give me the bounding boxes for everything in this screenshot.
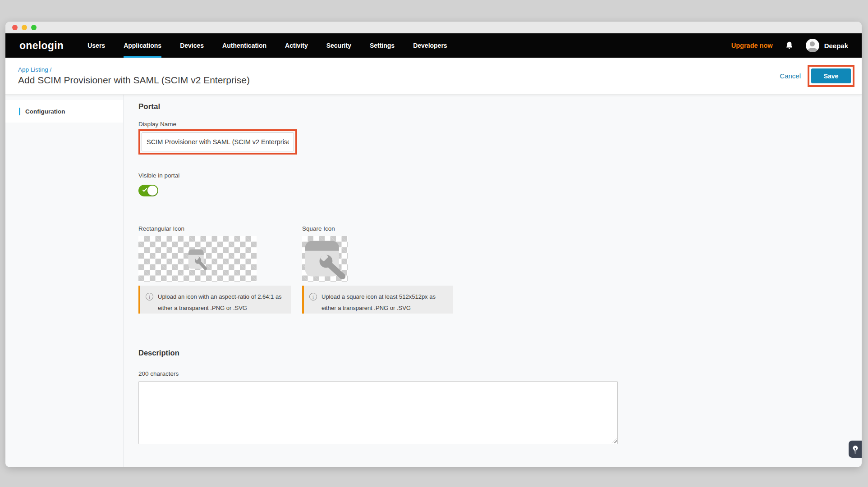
check-icon [142,187,147,192]
description-textarea[interactable] [138,381,618,444]
cancel-button[interactable]: Cancel [780,72,801,80]
user-menu[interactable]: Deepak [806,39,848,52]
info-icon [309,293,317,300]
top-navbar: onelogin Users Applications Devices Auth… [5,33,862,58]
help-lightbulb-button[interactable] [849,441,862,458]
window-zoom-icon[interactable] [31,25,37,30]
desktop-background: { "navbar": { "logo": "onelogin", "items… [0,0,868,487]
primary-nav: Users Applications Devices Authenticatio… [87,33,447,58]
header-titles: App Listing / Add SCIM Provisioner with … [18,66,250,86]
window-minimize-icon[interactable] [22,25,27,30]
display-name-input[interactable] [142,132,294,151]
settings-sidebar: Configuration [5,95,124,467]
navbar-right: Upgrade now Deepak [731,33,848,58]
display-name-highlight [138,129,297,155]
character-count-label: 200 characters [138,370,844,377]
window-close-icon[interactable] [12,25,18,30]
page-title: Add SCIM Provisioner with SAML (SCIM v2 … [18,75,250,86]
nav-tab-devices[interactable]: Devices [180,33,204,58]
nav-tab-authentication[interactable]: Authentication [222,33,266,58]
square-icon-hint-text: Upload a square icon at least 512x512px … [321,291,448,314]
lightbulb-icon [852,445,859,454]
portal-form: Portal Display Name Visible in portal Re… [124,95,862,467]
rectangular-icon-preview[interactable] [138,236,257,282]
display-name-label: Display Name [138,121,844,127]
description-field-wrap [138,381,618,444]
upgrade-now-link[interactable]: Upgrade now [731,42,773,49]
nav-tab-settings[interactable]: Settings [370,33,395,58]
sidebar-item-label: Configuration [25,108,65,115]
browser-window: onelogin Users Applications Devices Auth… [5,22,862,467]
visible-in-portal-label: Visible in portal [138,172,844,179]
save-button-highlight: Save [808,65,854,87]
visible-in-portal-toggle[interactable] [138,185,158,196]
icon-upload-row: Rectangular Icon Upload an icon with an … [138,225,844,314]
bell-icon-glyph [785,41,793,50]
square-icon-preview[interactable] [302,236,348,282]
rectangular-icon-label: Rectangular Icon [138,225,291,232]
portal-section-title: Portal [138,102,844,111]
nav-tab-developers[interactable]: Developers [413,33,447,58]
app-wrench-icon [187,247,208,271]
square-icon-label: Square Icon [302,225,453,232]
notifications-bell-icon[interactable] [785,41,793,50]
nav-tab-applications[interactable]: Applications [124,33,161,58]
active-indicator [19,108,20,115]
onelogin-logo: onelogin [19,40,64,52]
nav-tab-users[interactable]: Users [87,33,105,58]
nav-tab-activity[interactable]: Activity [285,33,308,58]
sidebar-item-configuration[interactable]: Configuration [5,100,123,123]
square-icon-column: Square Icon Upload a square icon at leas… [302,225,453,314]
square-icon-hint: Upload a square icon at least 512x512px … [302,286,453,314]
toggle-knob [147,186,157,196]
rectangular-icon-hint: Upload an icon with an aspect-ratio of 2… [138,286,291,314]
header-actions: Cancel Save [780,65,854,87]
rectangular-icon-hint-text: Upload an icon with an aspect-ratio of 2… [158,291,285,314]
info-icon [146,293,153,300]
user-avatar [806,39,819,52]
description-section-title: Description [138,349,844,357]
rectangular-icon-column: Rectangular Icon Upload an icon with an … [138,225,291,314]
user-name: Deepak [824,42,848,50]
page-header: App Listing / Add SCIM Provisioner with … [5,58,862,95]
save-button[interactable]: Save [811,68,851,83]
content-area: Configuration Portal Display Name Visibl… [5,95,862,467]
nav-tab-security[interactable]: Security [326,33,351,58]
app-wrench-icon [303,237,347,281]
breadcrumb[interactable]: App Listing / [18,66,250,73]
window-titlebar [5,22,862,33]
